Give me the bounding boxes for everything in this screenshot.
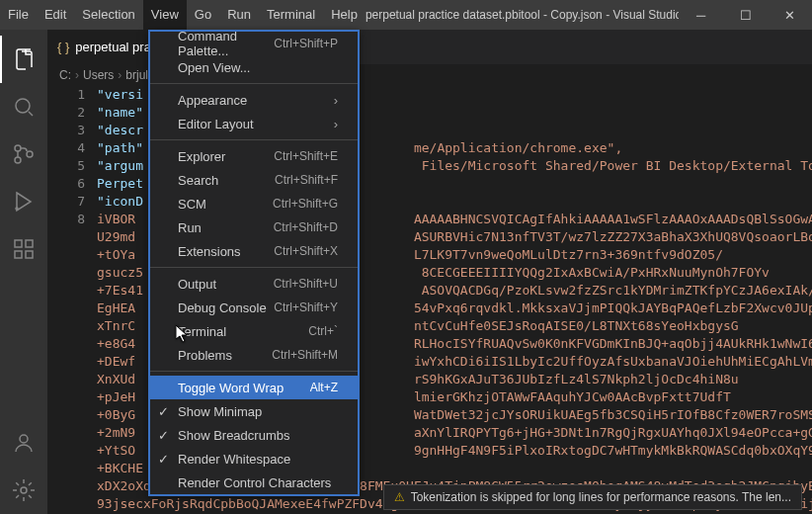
svg-point-1 (15, 145, 21, 151)
menu-item-terminal[interactable]: TerminalCtrl+` (150, 319, 358, 343)
menu-item-command-palette-[interactable]: Command Palette...Ctrl+Shift+P (150, 32, 358, 55)
menu-item-render-control-characters[interactable]: Render Control Characters (150, 471, 358, 494)
activity-bar (0, 30, 47, 514)
svg-point-9 (20, 435, 28, 443)
titlebar: FileEditSelectionViewGoRunTerminalHelp p… (0, 0, 812, 30)
menu-item-toggle-word-wrap[interactable]: Toggle Word WrapAlt+Z (150, 376, 358, 399)
account-icon[interactable] (0, 419, 47, 467)
maximize-button[interactable]: ☐ (723, 0, 768, 30)
line-gutter: 12345678 (47, 86, 97, 514)
menu-help[interactable]: Help (323, 0, 365, 30)
notification-toast[interactable]: ⚠ Tokenization is skipped for long lines… (383, 484, 802, 510)
menu-item-output[interactable]: OutputCtrl+Shift+U (150, 272, 358, 296)
svg-point-10 (21, 487, 27, 493)
menu-item-show-breadcrumbs[interactable]: ✓Show Breadcrumbs (150, 423, 358, 447)
scm-icon[interactable] (0, 130, 47, 178)
window-title: perpetual practice dataset.pbitool - Cop… (365, 8, 679, 22)
svg-rect-8 (26, 251, 33, 258)
menu-edit[interactable]: Edit (37, 0, 74, 30)
svg-point-3 (27, 151, 33, 157)
json-icon: { } (57, 40, 69, 54)
breadcrumb-seg[interactable]: C: (59, 68, 71, 82)
menu-view[interactable]: View (143, 0, 187, 30)
svg-rect-6 (26, 240, 33, 247)
menu-item-problems[interactable]: ProblemsCtrl+Shift+M (150, 343, 358, 367)
extensions-icon[interactable] (0, 225, 47, 273)
menu-item-search[interactable]: SearchCtrl+Shift+F (150, 168, 358, 192)
window-controls: ─ ☐ ✕ (679, 0, 812, 30)
menu-go[interactable]: Go (187, 0, 219, 30)
svg-point-2 (15, 157, 21, 163)
menu-item-extensions[interactable]: ExtensionsCtrl+Shift+X (150, 239, 358, 263)
breadcrumb-seg[interactable]: brjul (125, 68, 148, 82)
explorer-icon[interactable] (0, 36, 47, 83)
menu-item-explorer[interactable]: ExplorerCtrl+Shift+E (150, 144, 358, 168)
run-icon[interactable] (0, 178, 47, 225)
svg-rect-5 (15, 240, 22, 247)
menu-terminal[interactable]: Terminal (259, 0, 323, 30)
svg-rect-7 (15, 251, 22, 258)
menu-item-debug-console[interactable]: Debug ConsoleCtrl+Shift+Y (150, 296, 358, 319)
menu-item-editor-layout[interactable]: Editor Layout› (150, 112, 358, 135)
menu-selection[interactable]: Selection (74, 0, 142, 30)
menu-item-show-minimap[interactable]: ✓Show Minimap (150, 399, 358, 423)
close-button[interactable]: ✕ (768, 0, 812, 30)
menu-run[interactable]: Run (219, 0, 259, 30)
breadcrumb-seg[interactable]: Users (83, 68, 114, 82)
minimize-button[interactable]: ─ (679, 0, 723, 30)
menubar: FileEditSelectionViewGoRunTerminalHelp (0, 0, 365, 30)
menu-item-appearance[interactable]: Appearance› (150, 88, 358, 112)
menu-item-render-whitespace[interactable]: ✓Render Whitespace (150, 447, 358, 471)
settings-icon[interactable] (0, 467, 47, 514)
menu-item-run[interactable]: RunCtrl+Shift+D (150, 215, 358, 239)
menu-item-open-view-[interactable]: Open View... (150, 55, 358, 79)
warning-icon: ⚠ (394, 490, 405, 504)
svg-point-0 (16, 99, 30, 113)
toast-text: Tokenization is skipped for long lines f… (411, 490, 791, 504)
svg-point-4 (16, 208, 18, 210)
menu-file[interactable]: File (0, 0, 37, 30)
search-icon[interactable] (0, 83, 47, 130)
menu-item-scm[interactable]: SCMCtrl+Shift+G (150, 192, 358, 215)
view-menu-dropdown: Command Palette...Ctrl+Shift+POpen View.… (148, 30, 360, 496)
